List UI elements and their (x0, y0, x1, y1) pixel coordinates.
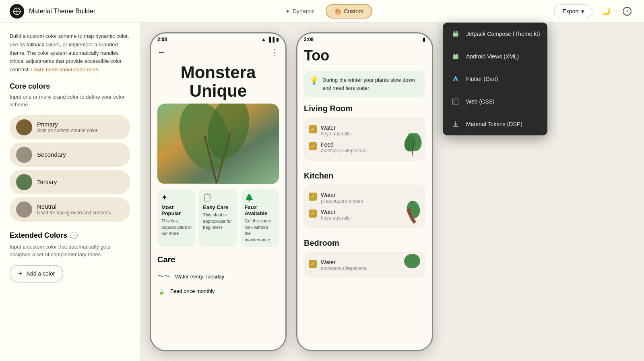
checkbox-feed-monstera[interactable]: ✓ (309, 142, 317, 150)
phone2-time: 2:08 (304, 37, 314, 42)
care-water-text: Water every Tuesday (175, 274, 224, 280)
topbar-left: Material Theme Builder (10, 4, 95, 19)
tertiary-name: Tertiary (37, 178, 57, 185)
checkbox-water-hoya2[interactable]: ✓ (309, 210, 317, 218)
dark-mode-button[interactable]: 🌙 (599, 4, 613, 19)
dropdown-jetpack[interactable]: Jetpack Compose (Theme.kt) (443, 23, 547, 45)
signal-icon: ▐▐ (268, 37, 275, 42)
add-color-button[interactable]: + Add a color (10, 265, 63, 282)
secondary-info: Secondary (37, 151, 66, 158)
phone2-title: Too (297, 46, 432, 67)
svg-rect-21 (452, 99, 459, 104)
svg-point-11 (404, 253, 421, 269)
tip-text: During the winter your plants slow down … (322, 76, 420, 92)
tree-icon: 🌲 (245, 193, 275, 202)
android-icon-1 (450, 28, 461, 39)
dropdown-flutter[interactable]: Flutter (Dart) (443, 68, 547, 90)
back-icon[interactable]: ← (157, 48, 165, 57)
svg-point-18 (454, 54, 455, 55)
dropdown-flutter-label: Flutter (Dart) (466, 76, 498, 82)
chevron-down-icon: ▾ (581, 8, 584, 15)
checkbox-water-bedroom[interactable]: ✓ (309, 260, 317, 268)
care-feed-text: Feed once monthly (170, 288, 215, 294)
custom-label: Custom (344, 8, 363, 15)
learn-more-link[interactable]: Learn more about color roles. (31, 66, 99, 73)
custom-button[interactable]: 🎨 Custom (326, 4, 372, 19)
card2-desc: This plant is appropriate for beginners (203, 212, 233, 230)
card3-desc: Get the same look without the maintenanc… (245, 218, 275, 243)
card-most-popular: ✦ Most Popular This is a popular plant i… (157, 189, 196, 247)
phone1-care-section: Care 〜〜 Water every Tuesday 🍃 Feed once … (151, 252, 285, 301)
neutral-color-item[interactable]: Neutral Used for background and surfaces (10, 197, 130, 222)
dynamic-button[interactable]: ✦ Dynamic (277, 5, 322, 18)
card1-title: Most Popular (161, 204, 192, 216)
checkbox-water-pilea[interactable]: ✓ (309, 193, 317, 201)
add-color-label: Add a color (27, 270, 55, 277)
primary-color-item[interactable]: Primary Acts as custom source color (10, 115, 130, 139)
bedroom-card: ✓ Water monstera siltepecana (304, 252, 425, 278)
card1-desc: This is a popular plant in our store (161, 218, 192, 237)
plant-illustration-2 (398, 201, 422, 225)
more-icon[interactable]: ⋮ (271, 47, 279, 57)
plant-illustration-3 (398, 251, 422, 275)
leaf-icon: 🍃 (157, 287, 165, 295)
dropdown-web-css[interactable]: Web (CSS) (443, 90, 547, 113)
checkbox-water-hoya[interactable]: ✓ (309, 125, 317, 133)
card-faux: 🌲 Faux Available Get the same look witho… (241, 189, 279, 247)
tertiary-swatch (16, 174, 32, 190)
neutral-info: Neutral Used for background and surfaces (37, 203, 111, 216)
care-title: Care (157, 255, 279, 264)
phone-screen-1: 2:08 ▲ ▐▐ ▮ ← ⋮ MonsteraUnique (151, 33, 285, 350)
care-item-feed: 🍃 Feed once monthly (157, 284, 279, 298)
primary-swatch (16, 119, 32, 135)
extended-info-icon: i (70, 232, 78, 239)
secondary-color-item[interactable]: Secondary (10, 143, 130, 167)
primary-info: Primary Acts as custom source color (37, 121, 97, 133)
secondary-name: Secondary (37, 151, 66, 158)
plant-image (157, 104, 279, 184)
living-room-title: Living Room (304, 104, 425, 113)
bedroom-title: Bedroom (304, 239, 425, 248)
flutter-icon (450, 73, 461, 85)
card-easy-care: 📋 Easy Care This plant is appropriate fo… (199, 189, 237, 247)
dropdown-material-tokens[interactable]: Material Tokens (DSP) (443, 113, 547, 135)
svg-rect-17 (453, 55, 458, 59)
dynamic-icon: ✦ (285, 8, 290, 15)
core-colors-title: Core colors (10, 82, 130, 91)
export-button[interactable]: Export ▾ (554, 4, 592, 18)
water-icon: 〜〜 (157, 272, 170, 281)
svg-marker-20 (453, 76, 458, 81)
phone-mockup-2: 2:08 ▮ Too 💡 During the winter your plan… (296, 32, 433, 351)
dropdown-android-views[interactable]: Android Views (XML) (443, 45, 547, 68)
task-water-pilea-name: Water (321, 192, 421, 198)
plus-icon: + (18, 270, 23, 278)
svg-rect-12 (453, 33, 458, 37)
phone2-status-bar: 2:08 ▮ (297, 33, 432, 46)
android-icon-2 (450, 51, 461, 62)
bedroom-section: Bedroom ✓ Water monstera siltepecana (297, 235, 432, 286)
info-button[interactable]: i (620, 4, 634, 19)
app-title: Material Theme Builder (29, 8, 95, 15)
sidebar-description: Build a custom color scheme to map dynam… (10, 32, 130, 74)
palette-icon: 🎨 (334, 8, 341, 15)
card3-title: Faux Available (245, 204, 275, 216)
tip-card: 💡 During the winter your plants slow dow… (304, 71, 425, 98)
extended-colors-title: Extended Colors i (10, 231, 130, 240)
dropdown-jetpack-label: Jetpack Compose (Theme.kt) (466, 31, 540, 37)
card2-title: Easy Care (203, 204, 233, 210)
phone-mockup-1: 2:08 ▲ ▐▐ ▮ ← ⋮ MonsteraUnique (150, 32, 287, 351)
neutral-desc: Used for background and surfaces (37, 210, 111, 216)
phone1-nav: ← ⋮ (151, 46, 285, 60)
download-icon (450, 118, 461, 130)
dropdown-tokens-label: Material Tokens (DSP) (466, 121, 522, 127)
phone2-status-icons: ▮ (423, 37, 425, 42)
tertiary-info: Tertiary (37, 178, 57, 185)
extended-colors-subtitle: Input a custom color that automatically … (10, 243, 130, 259)
lightbulb-icon: 💡 (310, 76, 318, 85)
phone1-status-icons: ▲ ▐▐ ▮ (261, 37, 279, 42)
sparkle-icon: ✦ (161, 193, 192, 202)
topbar-right: Export ▾ 🌙 i (554, 4, 634, 19)
dropdown-android-label: Android Views (XML) (466, 53, 519, 60)
kitchen-section: Kitchen ✓ Water pilea peperomiodes ✓ Wat… (297, 168, 432, 235)
tertiary-color-item[interactable]: Tertiary (10, 170, 130, 194)
